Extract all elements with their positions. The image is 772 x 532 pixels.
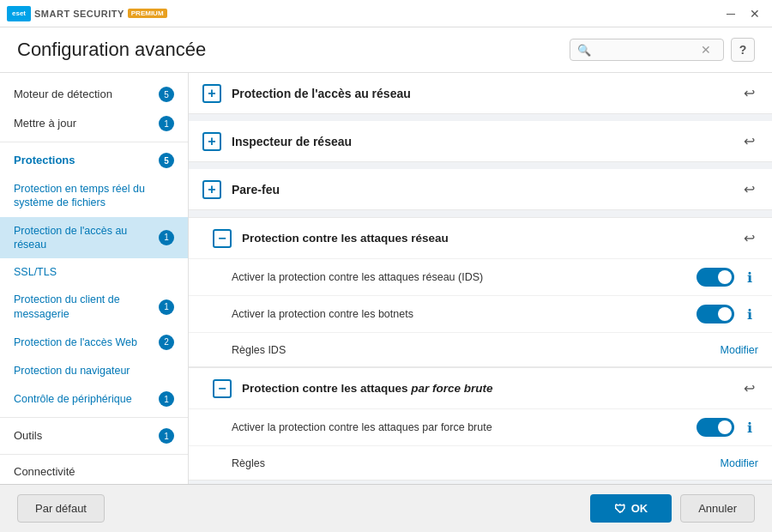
sidebar-item-web-access[interactable]: Protection de l'accès Web 2 bbox=[0, 328, 188, 357]
ok-button[interactable]: 🛡 OK bbox=[590, 494, 672, 523]
section-title-brute-force: Protection contre les attaques par force… bbox=[242, 382, 740, 395]
expand-network-inspector[interactable]: + bbox=[202, 132, 221, 151]
sidebar-item-ssl[interactable]: SSL/TLS bbox=[0, 258, 188, 286]
section-brute-force: − Protection contre les attaques par for… bbox=[189, 367, 772, 481]
section-title-network-protection: Protection de l'accès au réseau bbox=[232, 87, 740, 100]
reset-firewall[interactable]: ↩ bbox=[740, 178, 758, 201]
info-ids[interactable]: ℹ bbox=[741, 269, 758, 286]
setting-rules-ids: Règles IDS Modifier bbox=[189, 332, 772, 366]
search-input[interactable] bbox=[596, 44, 699, 57]
search-clear-icon[interactable]: ✕ bbox=[699, 43, 713, 57]
sidebar-item-messaging[interactable]: Protection du client de messagerie 1 bbox=[0, 286, 188, 328]
gap-1 bbox=[189, 114, 772, 121]
expand-network-protection[interactable]: + bbox=[202, 84, 221, 103]
section-title-firewall: Pare-feu bbox=[232, 183, 740, 196]
sidebar-divider-3 bbox=[0, 454, 188, 455]
content-area: Moteur de détection 5 Mettre à jour 1 Pr… bbox=[0, 73, 772, 484]
setting-ids: Activer la protection contre les attaque… bbox=[189, 258, 772, 295]
sidebar: Moteur de détection 5 Mettre à jour 1 Pr… bbox=[0, 73, 189, 484]
setting-label-rules-brute-force: Règles bbox=[232, 457, 721, 469]
setting-label-rules-ids: Règles IDS bbox=[232, 344, 721, 356]
premium-badge: PREMIUM bbox=[128, 9, 167, 18]
sidebar-item-browser[interactable]: Protection du navigateur bbox=[0, 357, 188, 384]
section-brute-force-header: − Protection contre les attaques par for… bbox=[189, 367, 772, 408]
setting-rules-brute-force: Règles Modifier bbox=[189, 445, 772, 480]
sidebar-divider-2 bbox=[0, 417, 188, 418]
main-panel: + Protection de l'accès au réseau ↩ + In… bbox=[189, 73, 772, 484]
reset-network-attacks[interactable]: ↩ bbox=[740, 227, 758, 250]
info-botnets[interactable]: ℹ bbox=[741, 305, 758, 323]
footer: Par défaut 🛡 OK Annuler bbox=[0, 484, 772, 532]
section-title-network-inspector: Inspecteur de réseau bbox=[232, 135, 740, 148]
toggle-brute-force[interactable] bbox=[697, 418, 734, 437]
sidebar-item-connectivity[interactable]: Connectivité bbox=[0, 458, 188, 484]
sidebar-item-realtime[interactable]: Protection en temps réel du système de f… bbox=[0, 175, 188, 217]
setting-label-brute-force: Activer la protection contre les attaque… bbox=[232, 421, 697, 433]
section-title-network-attacks: Protection contre les attaques réseau bbox=[242, 232, 740, 245]
cancel-button[interactable]: Annuler bbox=[680, 494, 755, 523]
setting-brute-force-toggle: Activer la protection contre les attaque… bbox=[189, 408, 772, 445]
main-container: Configuration avancée 🔍 ✕ ? Moteur de dé… bbox=[0, 27, 772, 532]
app-name: SMART SECURITY bbox=[34, 9, 124, 19]
sidebar-item-peripheral[interactable]: Contrôle de périphérique 1 bbox=[0, 384, 188, 414]
sidebar-item-tools[interactable]: Outils 1 bbox=[0, 421, 188, 450]
toggle-botnets[interactable] bbox=[697, 305, 734, 323]
title-bar-left: eset SMART SECURITY PREMIUM bbox=[7, 6, 167, 21]
minimize-button[interactable]: ─ bbox=[721, 3, 741, 24]
modifier-link-ids[interactable]: Modifier bbox=[721, 344, 758, 356]
expand-brute-force[interactable]: − bbox=[213, 379, 232, 398]
sidebar-item-detection[interactable]: Moteur de détection 5 bbox=[0, 80, 188, 109]
sidebar-divider-1 bbox=[0, 142, 188, 142]
reset-network-inspector[interactable]: ↩ bbox=[740, 130, 758, 153]
footer-right: 🛡 OK Annuler bbox=[590, 494, 755, 523]
reset-brute-force[interactable]: ↩ bbox=[740, 377, 758, 400]
modifier-link-brute-force[interactable]: Modifier bbox=[721, 457, 758, 469]
search-box[interactable]: 🔍 ✕ bbox=[570, 39, 724, 61]
expand-network-attacks[interactable]: − bbox=[213, 229, 232, 248]
title-bar: eset SMART SECURITY PREMIUM ─ ✕ bbox=[0, 0, 772, 27]
section-network-attacks-header: − Protection contre les attaques réseau … bbox=[189, 217, 772, 258]
toggle-ids[interactable] bbox=[697, 268, 734, 287]
section-network-attacks: − Protection contre les attaques réseau … bbox=[189, 217, 772, 367]
eset-logo-icon: eset bbox=[7, 6, 31, 21]
setting-label-botnets: Activer la protection contre les botnets bbox=[232, 308, 697, 320]
title-bar-controls: ─ ✕ bbox=[721, 3, 765, 24]
header-right: 🔍 ✕ ? bbox=[570, 38, 755, 62]
section-firewall: + Pare-feu ↩ bbox=[189, 169, 772, 210]
search-icon: 🔍 bbox=[577, 44, 591, 57]
setting-botnets: Activer la protection contre les botnets… bbox=[189, 295, 772, 332]
eset-logo: eset SMART SECURITY PREMIUM bbox=[7, 6, 167, 21]
header: Configuration avancée 🔍 ✕ ? bbox=[0, 27, 772, 73]
setting-label-ids: Activer la protection contre les attaque… bbox=[232, 271, 697, 283]
help-button[interactable]: ? bbox=[731, 38, 755, 62]
sidebar-item-network-access[interactable]: Protection de l'accès au réseau 1 bbox=[0, 217, 188, 259]
section-network-inspector: + Inspecteur de réseau ↩ bbox=[189, 121, 772, 162]
gap-3 bbox=[189, 210, 772, 217]
page-title: Configuration avancée bbox=[17, 39, 206, 61]
reset-network-protection[interactable]: ↩ bbox=[740, 82, 758, 105]
default-button[interactable]: Par défaut bbox=[17, 494, 105, 523]
gap-2 bbox=[189, 162, 772, 169]
info-brute-force[interactable]: ℹ bbox=[741, 419, 758, 436]
section-network-protection: + Protection de l'accès au réseau ↩ bbox=[189, 73, 772, 114]
sidebar-item-protections[interactable]: Protections 5 bbox=[0, 146, 188, 175]
sidebar-item-update[interactable]: Mettre à jour 1 bbox=[0, 109, 188, 138]
expand-firewall[interactable]: + bbox=[202, 180, 221, 199]
shield-icon: 🛡 bbox=[614, 502, 626, 516]
close-button[interactable]: ✕ bbox=[745, 3, 765, 24]
